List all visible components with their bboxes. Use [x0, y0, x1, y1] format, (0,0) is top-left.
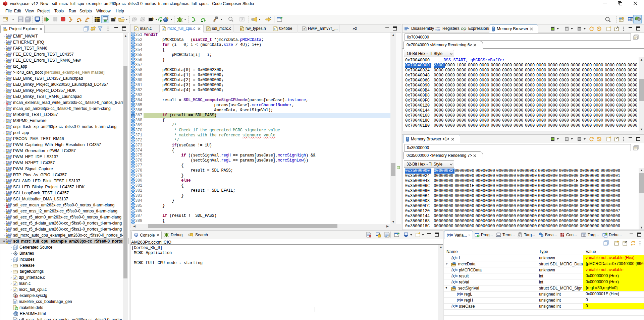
svg-text:x²: x² — [464, 29, 465, 31]
svg-text:.c: .c — [135, 27, 137, 31]
svg-text:c: c — [274, 27, 276, 31]
svg-text:1010: 1010 — [435, 26, 440, 29]
svg-text:.c: .c — [162, 27, 165, 31]
svg-text:.c: .c — [13, 276, 16, 280]
svg-text:.S: .S — [303, 27, 306, 31]
svg-text:.c: .c — [207, 27, 209, 31]
svg-text:0101: 0101 — [435, 29, 440, 31]
svg-text:.c: .c — [13, 289, 16, 292]
svg-text:.c: .c — [13, 282, 16, 286]
svg-text:h: h — [240, 27, 242, 31]
